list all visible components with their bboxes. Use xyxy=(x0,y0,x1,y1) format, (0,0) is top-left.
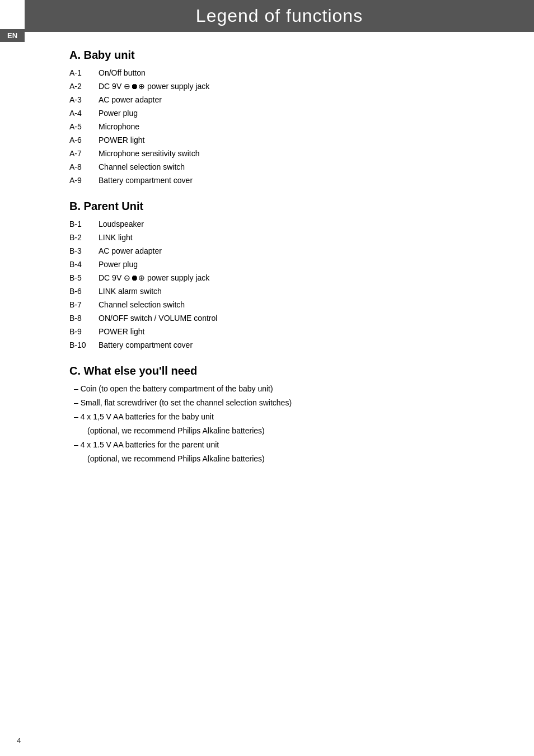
item-key: B-10 xyxy=(69,339,99,351)
item-key: A-9 xyxy=(69,175,99,186)
page-title: Legend of functions xyxy=(36,6,523,26)
item-value: Battery compartment cover xyxy=(99,175,500,186)
item-key: B-7 xyxy=(69,299,99,311)
list-item: A-6POWER light xyxy=(69,134,500,146)
list-item: A-3AC power adapter xyxy=(69,94,500,106)
item-value: POWER light xyxy=(99,134,500,146)
list-item: B-6LINK alarm switch xyxy=(69,286,500,297)
list-item: A-9Battery compartment cover xyxy=(69,175,500,186)
item-key: A-5 xyxy=(69,121,99,133)
list-item-continuation: (optional, we recommend Philips Alkaline… xyxy=(69,425,500,437)
list-item: A-2DC 9V ⊖⏺⊕ power supply jack xyxy=(69,81,500,92)
list-item: B-1Loudspeaker xyxy=(69,218,500,230)
item-value: LINK alarm switch xyxy=(99,286,500,297)
what-else-list: Coin (to open the battery compartment of… xyxy=(69,383,500,465)
item-value: Channel selection switch xyxy=(99,299,500,311)
baby-unit-title: A. Baby unit xyxy=(69,49,500,62)
item-value: AC power adapter xyxy=(99,245,500,257)
item-value: Battery compartment cover xyxy=(99,339,500,351)
item-key: B-4 xyxy=(69,259,99,270)
list-item: B-9POWER light xyxy=(69,326,500,338)
item-value: Microphone xyxy=(99,121,500,133)
list-item-continuation: (optional, we recommend Philips Alkaline… xyxy=(69,453,500,465)
parent-unit-list: B-1LoudspeakerB-2LINK lightB-3AC power a… xyxy=(69,218,500,351)
list-item: B-7Channel selection switch xyxy=(69,299,500,311)
what-else-section: C. What else you'll need Coin (to open t… xyxy=(69,365,500,465)
item-value: DC 9V ⊖⏺⊕ power supply jack xyxy=(99,272,500,284)
item-key: B-9 xyxy=(69,326,99,338)
list-item: 4 x 1.5 V AA batteries for the parent un… xyxy=(69,439,500,451)
header-bar: Legend of functions xyxy=(25,0,534,32)
list-item: A-8Channel selection switch xyxy=(69,161,500,173)
baby-unit-section: A. Baby unit A-1On/Off buttonA-2DC 9V ⊖⏺… xyxy=(69,49,500,186)
baby-unit-list: A-1On/Off buttonA-2DC 9V ⊖⏺⊕ power suppl… xyxy=(69,67,500,186)
list-item: A-5Microphone xyxy=(69,121,500,133)
item-key: A-7 xyxy=(69,148,99,160)
item-key: B-6 xyxy=(69,286,99,297)
list-item: B-3AC power adapter xyxy=(69,245,500,257)
item-value: AC power adapter xyxy=(99,94,500,106)
item-value: LINK light xyxy=(99,232,500,244)
item-value: POWER light xyxy=(99,326,500,338)
en-tab: EN xyxy=(0,29,25,42)
list-item: B-8ON/OFF switch / VOLUME control xyxy=(69,312,500,324)
item-value: DC 9V ⊖⏺⊕ power supply jack xyxy=(99,81,500,92)
list-item: A-4Power plug xyxy=(69,108,500,119)
item-value: ON/OFF switch / VOLUME control xyxy=(99,312,500,324)
item-key: A-6 xyxy=(69,134,99,146)
list-item: B-5DC 9V ⊖⏺⊕ power supply jack xyxy=(69,272,500,284)
parent-unit-title: B. Parent Unit xyxy=(69,200,500,213)
item-key: A-2 xyxy=(69,81,99,92)
list-item: A-7Microphone sensitivity switch xyxy=(69,148,500,160)
item-key: A-4 xyxy=(69,108,99,119)
item-value: Microphone sensitivity switch xyxy=(99,148,500,160)
parent-unit-section: B. Parent Unit B-1LoudspeakerB-2LINK lig… xyxy=(69,200,500,351)
list-item: B-10Battery compartment cover xyxy=(69,339,500,351)
item-key: B-2 xyxy=(69,232,99,244)
list-item: Coin (to open the battery compartment of… xyxy=(69,383,500,395)
item-value: Power plug xyxy=(99,108,500,119)
item-key: A-3 xyxy=(69,94,99,106)
item-value: Channel selection switch xyxy=(99,161,500,173)
item-key: A-1 xyxy=(69,67,99,79)
page-number: 4 xyxy=(17,736,21,745)
list-item: A-1On/Off button xyxy=(69,67,500,79)
item-value: Power plug xyxy=(99,259,500,270)
list-item: 4 x 1,5 V AA batteries for the baby unit xyxy=(69,411,500,423)
item-key: A-8 xyxy=(69,161,99,173)
item-value: Loudspeaker xyxy=(99,218,500,230)
item-key: B-3 xyxy=(69,245,99,257)
item-key: B-5 xyxy=(69,272,99,284)
item-key: B-8 xyxy=(69,312,99,324)
list-item: B-2LINK light xyxy=(69,232,500,244)
item-value: On/Off button xyxy=(99,67,500,79)
item-key: B-1 xyxy=(69,218,99,230)
what-else-title: C. What else you'll need xyxy=(69,365,500,377)
list-item: Small, flat screwdriver (to set the chan… xyxy=(69,397,500,409)
list-item: B-4Power plug xyxy=(69,259,500,270)
